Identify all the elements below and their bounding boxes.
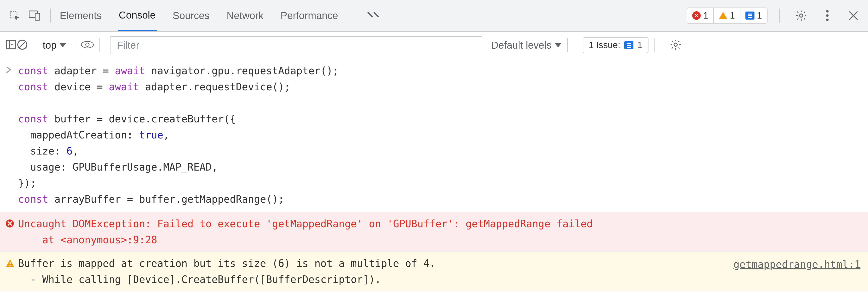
svg-point-4: [826, 10, 829, 12]
kebab-menu-icon[interactable]: [817, 5, 837, 26]
prompt-icon: [5, 63, 18, 207]
console-warning-entry: Buffer is mapped at creation but its siz…: [0, 252, 868, 292]
clear-console-icon[interactable]: [17, 39, 28, 52]
error-icon: [692, 11, 701, 20]
sidebar-toggle-icon[interactable]: [5, 39, 17, 51]
tab-network[interactable]: Network: [225, 0, 265, 31]
svg-point-11: [674, 43, 677, 46]
divider: [75, 38, 75, 52]
console-output: const adapter = await navigator.gpu.requ…: [0, 59, 868, 303]
context-label: top: [43, 40, 57, 51]
filter-input[interactable]: [111, 36, 482, 54]
warning-icon: [719, 12, 727, 19]
warning-icon: [5, 255, 18, 288]
svg-rect-13: [9, 262, 10, 264]
svg-point-10: [86, 43, 89, 46]
tab-elements[interactable]: Elements: [59, 0, 103, 31]
console-input-entry: const adapter = await navigator.gpu.requ…: [0, 59, 868, 212]
tab-console[interactable]: Console: [118, 0, 157, 31]
error-icon: [5, 216, 18, 248]
live-expression-icon[interactable]: [81, 40, 94, 50]
context-selector[interactable]: top: [40, 40, 69, 51]
message-count-badges[interactable]: 1 1 1: [687, 7, 768, 24]
issues-button[interactable]: 1 Issue: 1: [583, 37, 649, 53]
console-error-entry: Uncaught DOMException: Failed to execute…: [0, 212, 868, 252]
errors-badge[interactable]: 1: [687, 8, 713, 23]
svg-point-9: [82, 41, 93, 48]
warning-source-link[interactable]: getmappedrange.html:1: [733, 255, 861, 288]
tabbar-right: 1 1 1: [687, 5, 864, 26]
chevron-down-icon: [59, 43, 66, 47]
tab-performance[interactable]: Performance: [280, 0, 339, 31]
warning-text[interactable]: Buffer is mapped at creation but its siz…: [18, 255, 733, 288]
input-code[interactable]: const adapter = await navigator.gpu.requ…: [18, 63, 861, 207]
info-count: 1: [757, 10, 762, 21]
warnings-count: 1: [730, 10, 735, 21]
warnings-badge[interactable]: 1: [713, 8, 740, 23]
levels-label: Default levels: [491, 40, 552, 51]
issues-count: 1: [638, 40, 643, 50]
settings-icon[interactable]: [791, 5, 811, 26]
divider: [50, 8, 51, 23]
svg-rect-14: [9, 265, 10, 266]
divider: [567, 38, 568, 52]
divider: [654, 38, 654, 52]
divider: [99, 38, 100, 52]
devtools-tabbar: Elements Console Sources Network Perform…: [0, 0, 868, 32]
tab-sources[interactable]: Sources: [172, 0, 211, 31]
chevron-down-icon: [555, 43, 562, 47]
close-icon[interactable]: [843, 5, 864, 26]
info-icon: [624, 41, 633, 49]
console-toolbar: top Default levels 1 Issue: 1: [0, 32, 868, 59]
error-text[interactable]: Uncaught DOMException: Failed to execute…: [18, 216, 861, 248]
errors-count: 1: [703, 10, 708, 21]
svg-rect-2: [35, 13, 40, 20]
divider: [34, 38, 34, 52]
info-icon: [745, 11, 754, 20]
svg-point-5: [826, 14, 829, 17]
console-settings-icon[interactable]: [670, 39, 682, 52]
issues-label: 1 Issue:: [589, 40, 620, 50]
more-tabs-icon[interactable]: [367, 10, 380, 21]
svg-point-6: [826, 19, 829, 21]
inspect-element-icon[interactable]: [4, 5, 25, 26]
panel-tabs: Elements Console Sources Network Perform…: [56, 0, 380, 31]
device-toolbar-icon[interactable]: [25, 5, 45, 26]
svg-point-3: [800, 14, 803, 17]
info-badge[interactable]: 1: [740, 8, 767, 23]
log-levels-selector[interactable]: Default levels: [491, 40, 562, 51]
divider: [779, 8, 780, 23]
